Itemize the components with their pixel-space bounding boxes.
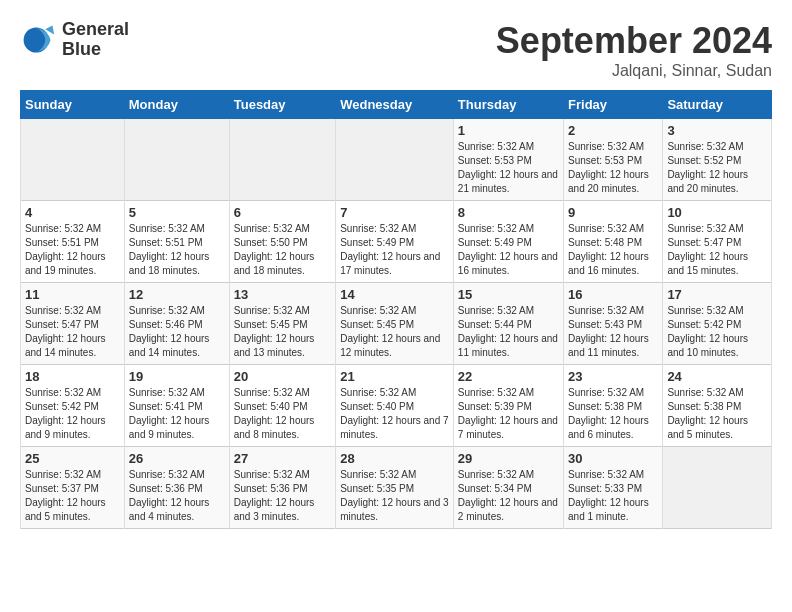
calendar-week-row: 4 Sunrise: 5:32 AM Sunset: 5:51 PM Dayli… <box>21 201 772 283</box>
calendar-cell: 28 Sunrise: 5:32 AM Sunset: 5:35 PM Dayl… <box>336 447 454 529</box>
day-info: Sunrise: 5:32 AM Sunset: 5:53 PM Dayligh… <box>458 140 559 196</box>
logo: General Blue <box>20 20 129 60</box>
day-info: Sunrise: 5:32 AM Sunset: 5:41 PM Dayligh… <box>129 386 225 442</box>
day-number: 28 <box>340 451 449 466</box>
day-info: Sunrise: 5:32 AM Sunset: 5:46 PM Dayligh… <box>129 304 225 360</box>
calendar-cell: 3 Sunrise: 5:32 AM Sunset: 5:52 PM Dayli… <box>663 119 772 201</box>
calendar-header-row: Sunday Monday Tuesday Wednesday Thursday… <box>21 91 772 119</box>
day-number: 16 <box>568 287 658 302</box>
calendar-cell: 4 Sunrise: 5:32 AM Sunset: 5:51 PM Dayli… <box>21 201 125 283</box>
calendar-cell <box>229 119 335 201</box>
calendar-cell: 27 Sunrise: 5:32 AM Sunset: 5:36 PM Dayl… <box>229 447 335 529</box>
col-saturday: Saturday <box>663 91 772 119</box>
col-thursday: Thursday <box>453 91 563 119</box>
logo-icon <box>20 22 56 58</box>
day-number: 18 <box>25 369 120 384</box>
day-info: Sunrise: 5:32 AM Sunset: 5:39 PM Dayligh… <box>458 386 559 442</box>
calendar-cell: 23 Sunrise: 5:32 AM Sunset: 5:38 PM Dayl… <box>564 365 663 447</box>
day-info: Sunrise: 5:32 AM Sunset: 5:51 PM Dayligh… <box>25 222 120 278</box>
day-number: 27 <box>234 451 331 466</box>
day-info: Sunrise: 5:32 AM Sunset: 5:47 PM Dayligh… <box>667 222 767 278</box>
day-info: Sunrise: 5:32 AM Sunset: 5:49 PM Dayligh… <box>458 222 559 278</box>
day-info: Sunrise: 5:32 AM Sunset: 5:34 PM Dayligh… <box>458 468 559 524</box>
logo-text: General Blue <box>62 20 129 60</box>
day-number: 7 <box>340 205 449 220</box>
day-info: Sunrise: 5:32 AM Sunset: 5:42 PM Dayligh… <box>667 304 767 360</box>
day-number: 8 <box>458 205 559 220</box>
day-info: Sunrise: 5:32 AM Sunset: 5:52 PM Dayligh… <box>667 140 767 196</box>
day-number: 14 <box>340 287 449 302</box>
title-block: September 2024 Jalqani, Sinnar, Sudan <box>496 20 772 80</box>
calendar-cell: 1 Sunrise: 5:32 AM Sunset: 5:53 PM Dayli… <box>453 119 563 201</box>
calendar-cell: 5 Sunrise: 5:32 AM Sunset: 5:51 PM Dayli… <box>124 201 229 283</box>
day-info: Sunrise: 5:32 AM Sunset: 5:45 PM Dayligh… <box>340 304 449 360</box>
day-info: Sunrise: 5:32 AM Sunset: 5:40 PM Dayligh… <box>340 386 449 442</box>
calendar-week-row: 1 Sunrise: 5:32 AM Sunset: 5:53 PM Dayli… <box>21 119 772 201</box>
calendar-cell: 11 Sunrise: 5:32 AM Sunset: 5:47 PM Dayl… <box>21 283 125 365</box>
day-info: Sunrise: 5:32 AM Sunset: 5:44 PM Dayligh… <box>458 304 559 360</box>
location-title: Jalqani, Sinnar, Sudan <box>496 62 772 80</box>
day-number: 24 <box>667 369 767 384</box>
day-info: Sunrise: 5:32 AM Sunset: 5:48 PM Dayligh… <box>568 222 658 278</box>
day-number: 3 <box>667 123 767 138</box>
logo-line1: General <box>62 20 129 40</box>
day-info: Sunrise: 5:32 AM Sunset: 5:53 PM Dayligh… <box>568 140 658 196</box>
day-number: 25 <box>25 451 120 466</box>
calendar-cell: 25 Sunrise: 5:32 AM Sunset: 5:37 PM Dayl… <box>21 447 125 529</box>
day-number: 23 <box>568 369 658 384</box>
day-number: 12 <box>129 287 225 302</box>
day-info: Sunrise: 5:32 AM Sunset: 5:37 PM Dayligh… <box>25 468 120 524</box>
day-number: 13 <box>234 287 331 302</box>
calendar-cell: 12 Sunrise: 5:32 AM Sunset: 5:46 PM Dayl… <box>124 283 229 365</box>
calendar-table: Sunday Monday Tuesday Wednesday Thursday… <box>20 90 772 529</box>
logo-line2: Blue <box>62 40 129 60</box>
calendar-cell: 26 Sunrise: 5:32 AM Sunset: 5:36 PM Dayl… <box>124 447 229 529</box>
calendar-cell: 17 Sunrise: 5:32 AM Sunset: 5:42 PM Dayl… <box>663 283 772 365</box>
calendar-cell <box>336 119 454 201</box>
calendar-cell: 2 Sunrise: 5:32 AM Sunset: 5:53 PM Dayli… <box>564 119 663 201</box>
day-number: 11 <box>25 287 120 302</box>
day-number: 15 <box>458 287 559 302</box>
calendar-week-row: 18 Sunrise: 5:32 AM Sunset: 5:42 PM Dayl… <box>21 365 772 447</box>
day-info: Sunrise: 5:32 AM Sunset: 5:40 PM Dayligh… <box>234 386 331 442</box>
day-number: 17 <box>667 287 767 302</box>
day-number: 26 <box>129 451 225 466</box>
calendar-week-row: 25 Sunrise: 5:32 AM Sunset: 5:37 PM Dayl… <box>21 447 772 529</box>
calendar-cell: 19 Sunrise: 5:32 AM Sunset: 5:41 PM Dayl… <box>124 365 229 447</box>
calendar-cell <box>124 119 229 201</box>
calendar-cell: 18 Sunrise: 5:32 AM Sunset: 5:42 PM Dayl… <box>21 365 125 447</box>
calendar-cell: 21 Sunrise: 5:32 AM Sunset: 5:40 PM Dayl… <box>336 365 454 447</box>
calendar-cell: 6 Sunrise: 5:32 AM Sunset: 5:50 PM Dayli… <box>229 201 335 283</box>
day-number: 21 <box>340 369 449 384</box>
day-number: 22 <box>458 369 559 384</box>
calendar-cell: 20 Sunrise: 5:32 AM Sunset: 5:40 PM Dayl… <box>229 365 335 447</box>
day-info: Sunrise: 5:32 AM Sunset: 5:45 PM Dayligh… <box>234 304 331 360</box>
day-info: Sunrise: 5:32 AM Sunset: 5:51 PM Dayligh… <box>129 222 225 278</box>
day-number: 29 <box>458 451 559 466</box>
day-number: 5 <box>129 205 225 220</box>
day-number: 1 <box>458 123 559 138</box>
day-info: Sunrise: 5:32 AM Sunset: 5:43 PM Dayligh… <box>568 304 658 360</box>
calendar-cell: 16 Sunrise: 5:32 AM Sunset: 5:43 PM Dayl… <box>564 283 663 365</box>
day-number: 30 <box>568 451 658 466</box>
col-tuesday: Tuesday <box>229 91 335 119</box>
calendar-cell <box>21 119 125 201</box>
svg-point-0 <box>24 27 49 52</box>
day-number: 10 <box>667 205 767 220</box>
day-info: Sunrise: 5:32 AM Sunset: 5:50 PM Dayligh… <box>234 222 331 278</box>
month-title: September 2024 <box>496 20 772 62</box>
day-info: Sunrise: 5:32 AM Sunset: 5:38 PM Dayligh… <box>568 386 658 442</box>
calendar-cell: 7 Sunrise: 5:32 AM Sunset: 5:49 PM Dayli… <box>336 201 454 283</box>
calendar-cell: 10 Sunrise: 5:32 AM Sunset: 5:47 PM Dayl… <box>663 201 772 283</box>
col-friday: Friday <box>564 91 663 119</box>
page-header: General Blue September 2024 Jalqani, Sin… <box>20 20 772 80</box>
day-number: 6 <box>234 205 331 220</box>
calendar-cell: 14 Sunrise: 5:32 AM Sunset: 5:45 PM Dayl… <box>336 283 454 365</box>
day-number: 2 <box>568 123 658 138</box>
calendar-cell: 22 Sunrise: 5:32 AM Sunset: 5:39 PM Dayl… <box>453 365 563 447</box>
calendar-cell: 9 Sunrise: 5:32 AM Sunset: 5:48 PM Dayli… <box>564 201 663 283</box>
day-number: 20 <box>234 369 331 384</box>
calendar-cell <box>663 447 772 529</box>
calendar-week-row: 11 Sunrise: 5:32 AM Sunset: 5:47 PM Dayl… <box>21 283 772 365</box>
day-info: Sunrise: 5:32 AM Sunset: 5:47 PM Dayligh… <box>25 304 120 360</box>
